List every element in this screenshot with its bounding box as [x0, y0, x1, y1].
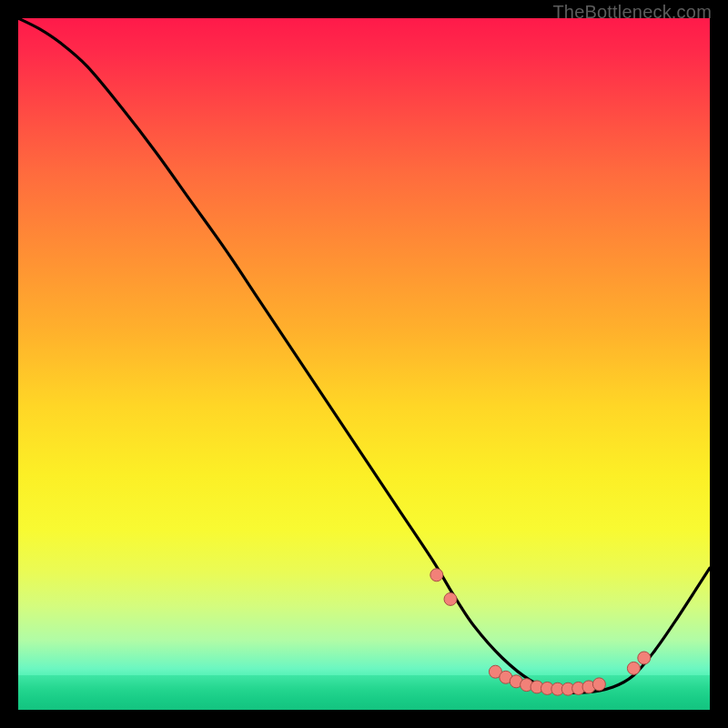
- curve-marker: [638, 652, 651, 664]
- curve-marker: [627, 662, 640, 674]
- curve-marker: [430, 569, 443, 581]
- plot-area: [18, 18, 710, 710]
- chart-container: TheBottleneck.com: [0, 0, 728, 728]
- curve-marker: [592, 678, 605, 691]
- curve-markers: [430, 569, 651, 695]
- bottleneck-curve: [18, 18, 710, 693]
- overlay-svg: [18, 18, 710, 710]
- curve-marker: [444, 592, 457, 605]
